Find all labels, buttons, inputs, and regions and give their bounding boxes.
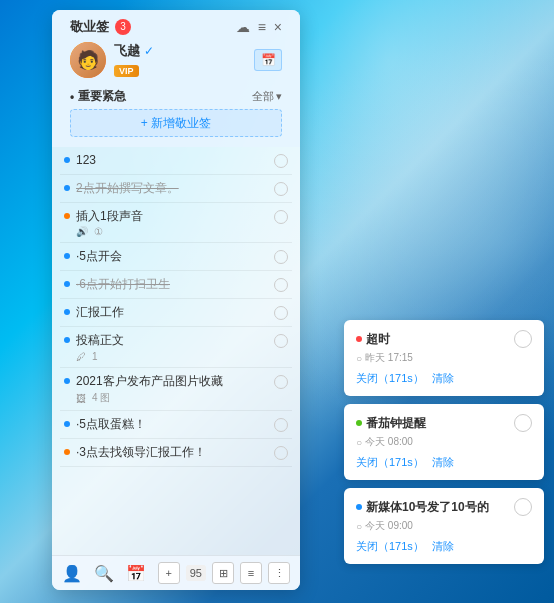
task-item[interactable]: 汇报工作 — [60, 299, 292, 327]
clock-icon: ○ — [356, 521, 362, 532]
notif-actions: 关闭（171s） 清除 — [356, 539, 532, 554]
task-checkbox[interactable] — [274, 154, 288, 168]
user-name-row: 飞越 ✓ — [114, 42, 246, 60]
task-content: 插入1段声音🔊① — [76, 208, 268, 238]
notif-clear-button[interactable]: 清除 — [432, 539, 454, 554]
notif-time: ○ 今天 08:00 — [356, 435, 532, 449]
header-icons: ☁ ≡ × — [236, 19, 282, 35]
task-meta-icon: 🖼 — [76, 393, 86, 404]
notification-card: 新媒体10号发了10号的 ○ 今天 09:00 关闭（171s） 清除 — [344, 488, 544, 564]
task-item[interactable]: ·5点开会 — [60, 243, 292, 271]
task-checkbox[interactable] — [274, 334, 288, 348]
task-checkbox[interactable] — [274, 210, 288, 224]
notif-clear-button[interactable]: 清除 — [432, 371, 454, 386]
task-dot — [64, 281, 70, 287]
app-panel: 敬业签 3 ☁ ≡ × 🧑 飞越 ✓ VIP — [52, 10, 300, 590]
task-content: 123 — [76, 152, 268, 169]
task-meta-text: ① — [94, 226, 103, 237]
menu-icon[interactable]: ≡ — [258, 19, 266, 35]
notif-close-button[interactable]: 关闭（171s） — [356, 371, 424, 386]
list-view-button[interactable]: ≡ — [240, 562, 262, 584]
task-checkbox[interactable] — [274, 250, 288, 264]
task-title: 汇报工作 — [76, 304, 268, 321]
app-title-row: 敬业签 3 — [70, 18, 131, 36]
task-meta-text: 4 图 — [92, 391, 110, 405]
task-item[interactable]: 插入1段声音🔊① — [60, 203, 292, 244]
notif-circle[interactable] — [514, 414, 532, 432]
task-title: 2021客户发布产品图片收藏 — [76, 373, 268, 390]
task-title: 123 — [76, 152, 268, 169]
task-meta: 🖼4 图 — [76, 391, 268, 405]
add-footer-button[interactable]: + — [158, 562, 180, 584]
task-meta: 🖊1 — [76, 351, 268, 362]
notif-actions: 关闭（171s） 清除 — [356, 455, 532, 470]
notification-card: 番茄钟提醒 ○ 今天 08:00 关闭（171s） 清除 — [344, 404, 544, 480]
task-count: 95 — [186, 565, 206, 581]
task-checkbox[interactable] — [274, 446, 288, 460]
task-dot — [64, 309, 70, 315]
task-item[interactable]: ·6点开始打扫卫生 — [60, 271, 292, 299]
task-content: 汇报工作 — [76, 304, 268, 321]
add-task-button[interactable]: + 新增敬业签 — [70, 109, 282, 137]
task-checkbox[interactable] — [274, 306, 288, 320]
task-dot — [64, 337, 70, 343]
notif-time: ○ 今天 09:00 — [356, 519, 532, 533]
close-icon[interactable]: × — [274, 19, 282, 35]
calendar-button[interactable]: 📅 — [254, 49, 282, 71]
notif-title-row: 番茄钟提醒 — [356, 414, 532, 432]
cloud-icon[interactable]: ☁ — [236, 19, 250, 35]
clock-icon: ○ — [356, 353, 362, 364]
task-meta-text: 1 — [92, 351, 98, 362]
notif-clear-button[interactable]: 清除 — [432, 455, 454, 470]
task-item[interactable]: 2点开始撰写文章。 — [60, 175, 292, 203]
task-content: 投稿正文🖊1 — [76, 332, 268, 362]
task-dot — [64, 449, 70, 455]
task-checkbox[interactable] — [274, 182, 288, 196]
task-checkbox[interactable] — [274, 375, 288, 389]
section-header: 重要紧急 全部 ▾ — [70, 84, 282, 109]
task-content: ·3点去找领导汇报工作！ — [76, 444, 268, 461]
calendar-footer-icon[interactable]: 📅 — [126, 564, 146, 583]
search-icon[interactable]: 🔍 — [94, 564, 114, 583]
notif-status-dot — [356, 504, 362, 510]
avatar-image: 🧑 — [70, 42, 106, 78]
notif-circle[interactable] — [514, 498, 532, 516]
user-row: 🧑 飞越 ✓ VIP 📅 — [70, 42, 282, 78]
notif-title: 番茄钟提醒 — [356, 415, 426, 432]
avatar[interactable]: 🧑 — [70, 42, 106, 78]
task-dot — [64, 253, 70, 259]
all-button[interactable]: 全部 ▾ — [252, 89, 282, 104]
task-content: 2点开始撰写文章。 — [76, 180, 268, 197]
more-options-button[interactable]: ⋮ — [268, 562, 290, 584]
task-item[interactable]: 123 — [60, 147, 292, 175]
task-dot — [64, 185, 70, 191]
footer-icons-right: + 95 ⊞ ≡ ⋮ — [158, 562, 290, 584]
task-dot — [64, 157, 70, 163]
notif-close-button[interactable]: 关闭（171s） — [356, 455, 424, 470]
task-content: 2021客户发布产品图片收藏🖼4 图 — [76, 373, 268, 406]
task-item[interactable]: 投稿正文🖊1 — [60, 327, 292, 368]
task-title: ·3点去找领导汇报工作！ — [76, 444, 268, 461]
notif-status-dot — [356, 336, 362, 342]
task-item[interactable]: 2021客户发布产品图片收藏🖼4 图 — [60, 368, 292, 412]
verified-icon: ✓ — [144, 44, 154, 58]
notif-title: 超时 — [356, 331, 390, 348]
header-top: 敬业签 3 ☁ ≡ × — [70, 18, 282, 36]
task-meta: 🔊① — [76, 226, 268, 237]
notif-circle[interactable] — [514, 330, 532, 348]
profile-icon[interactable]: 👤 — [62, 564, 82, 583]
grid-view-button[interactable]: ⊞ — [212, 562, 234, 584]
task-checkbox[interactable] — [274, 418, 288, 432]
task-meta-icon: 🔊 — [76, 226, 88, 237]
notif-time: ○ 昨天 17:15 — [356, 351, 532, 365]
panel-footer: 👤 🔍 📅 + 95 ⊞ ≡ ⋮ — [52, 555, 300, 590]
user-name: 飞越 — [114, 42, 140, 60]
notif-title: 新媒体10号发了10号的 — [356, 499, 489, 516]
task-item[interactable]: ·3点去找领导汇报工作！ — [60, 439, 292, 467]
task-checkbox[interactable] — [274, 278, 288, 292]
task-title: 2点开始撰写文章。 — [76, 180, 268, 197]
notif-close-button[interactable]: 关闭（171s） — [356, 539, 424, 554]
notifications-panel: 超时 ○ 昨天 17:15 关闭（171s） 清除 番茄钟提醒 ○ 今天 08:… — [344, 320, 544, 564]
app-title: 敬业签 — [70, 18, 109, 36]
task-item[interactable]: ·5点取蛋糕！ — [60, 411, 292, 439]
